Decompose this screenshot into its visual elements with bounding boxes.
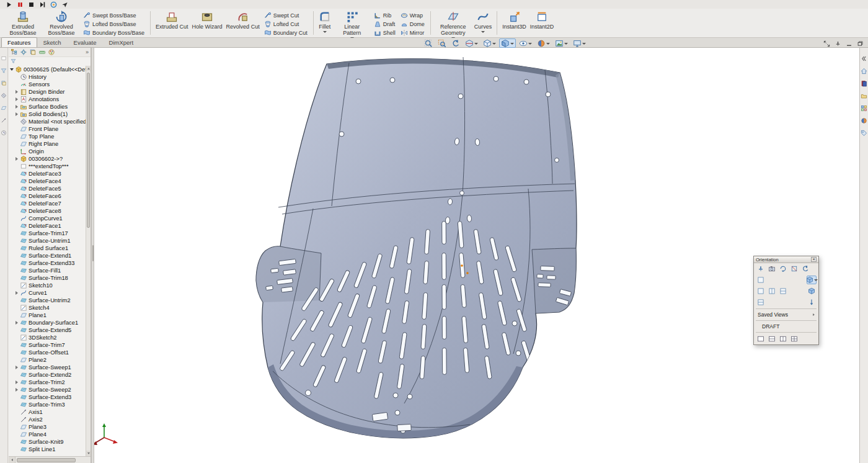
new-view-button[interactable] — [767, 264, 777, 273]
orientation-titlebar[interactable]: Orientation × — [754, 256, 818, 263]
tree-item[interactable]: DeleteFace3 — [9, 170, 86, 178]
tree-item[interactable]: Boundary-Surface1 — [9, 319, 86, 326]
resources-button[interactable] — [861, 68, 867, 74]
tree-item[interactable]: Split Line1 — [9, 446, 86, 453]
tree-item[interactable]: ***extendTop*** — [9, 163, 86, 170]
tree-item[interactable]: Sensors — [9, 81, 86, 88]
side-tool-document[interactable] — [1, 55, 7, 61]
boundary-cut-button[interactable]: Boundary Cut — [262, 29, 310, 37]
swept-cut-button[interactable]: Swept Cut — [262, 11, 310, 19]
instant2d-button[interactable]: Instant2D — [528, 9, 556, 37]
tree-item[interactable]: Surface-Extend1 — [9, 252, 86, 259]
view-palette-button[interactable] — [861, 105, 867, 112]
tree-item[interactable]: DeleteFace5 — [9, 185, 86, 192]
tree-item[interactable]: Surface-Sweep2 — [9, 386, 86, 393]
restore-window-button[interactable] — [856, 40, 864, 47]
graphics-area[interactable] — [94, 48, 859, 463]
tree-item[interactable]: Surface-Knit9 — [9, 438, 86, 446]
expander-closed-icon[interactable] — [16, 157, 18, 161]
hole-wizard-button[interactable]: Hole Wizard — [190, 9, 224, 37]
stop-icon[interactable] — [28, 1, 35, 8]
side-tool-material[interactable] — [1, 92, 7, 99]
side-tool-history[interactable] — [1, 130, 7, 136]
fillet-button[interactable]: Fillet — [317, 9, 333, 37]
tree-item[interactable]: Surface-Sweep1 — [9, 364, 86, 371]
file-explorer-button[interactable] — [861, 92, 867, 99]
tree-item[interactable]: DeleteFace6 — [9, 192, 86, 200]
tree-item[interactable]: Design Binder — [9, 88, 86, 96]
normal-to-button[interactable] — [807, 298, 817, 307]
tree-item[interactable]: Surface-Extend3 — [9, 393, 86, 401]
tree-item[interactable]: DeleteFace1 — [9, 222, 86, 230]
tree-item[interactable]: Curve1 — [9, 289, 86, 297]
instant3d-button[interactable]: Instant3D — [500, 9, 528, 37]
expander-closed-icon[interactable] — [16, 380, 18, 384]
bottom-view-button[interactable] — [756, 298, 766, 307]
tree-item[interactable]: Plane2 — [9, 356, 86, 364]
tree-item[interactable]: Surface Bodies — [9, 103, 86, 110]
panel-splitter[interactable] — [91, 48, 94, 463]
tree-item[interactable]: Ruled Surface1 — [9, 245, 86, 252]
tree-vertical-scrollbar[interactable] — [86, 66, 91, 456]
send-icon[interactable] — [61, 1, 68, 8]
tab-features[interactable]: Features — [1, 37, 37, 47]
tree-item[interactable]: Surface-Extend2 — [9, 371, 86, 379]
hide-show-items-button[interactable] — [517, 38, 534, 48]
custom-properties-button[interactable] — [861, 130, 867, 137]
tree-item[interactable]: Surface-Offset1 — [9, 349, 86, 356]
tree-item[interactable]: Surface-Untrim2 — [9, 297, 86, 304]
front-view-button[interactable] — [756, 276, 766, 284]
tree-item[interactable]: 3DSketch2 — [9, 334, 86, 341]
extruded-boss-base-button[interactable]: Extruded Boss/Base — [4, 9, 42, 37]
tree-item[interactable]: Surface-Trim2 — [9, 379, 86, 386]
appearances-button[interactable] — [861, 117, 867, 124]
apply-scene-button[interactable] — [553, 38, 570, 48]
side-tool-plane[interactable] — [1, 105, 7, 111]
dome-button[interactable]: Dome — [398, 20, 427, 28]
lofted-cut-button[interactable]: Lofted Cut — [262, 20, 310, 28]
expand-window-button[interactable] — [823, 40, 831, 47]
close-orientation-button[interactable]: × — [811, 257, 817, 262]
wrap-button[interactable]: Wrap — [398, 11, 427, 19]
seat-model[interactable] — [256, 57, 577, 438]
side-tool-axis[interactable] — [1, 117, 7, 124]
dropdown-arrow-icon[interactable] — [481, 31, 485, 33]
tree-item[interactable]: Origin — [9, 148, 86, 155]
tree-item[interactable]: Plane3 — [9, 423, 86, 431]
update-views-button[interactable] — [778, 264, 788, 273]
scrollbar-thumb[interactable] — [87, 73, 90, 228]
section-view-button[interactable] — [463, 38, 480, 48]
revolved-cut-button[interactable]: Revolved Cut — [224, 9, 262, 37]
tree-item[interactable]: DeleteFace7 — [9, 200, 86, 207]
expander-closed-icon[interactable] — [16, 97, 18, 101]
step-forward-icon[interactable] — [39, 1, 46, 8]
top-view-button[interactable] — [778, 287, 788, 295]
tree-item[interactable]: 00306602->? — [9, 155, 86, 163]
pause-icon[interactable] — [17, 1, 24, 8]
tree-item[interactable]: Surface-Fill1 — [9, 267, 86, 274]
splitter-grip[interactable] — [92, 245, 94, 261]
tree-item[interactable]: Surface-Trim7 — [9, 341, 86, 349]
tab-evaluate[interactable]: Evaluate — [68, 37, 103, 47]
scroll-left-arrow[interactable] — [9, 457, 16, 463]
tree-item[interactable]: Solid Bodies(1) — [9, 110, 86, 118]
tab-sketch[interactable]: Sketch — [37, 37, 68, 47]
previous-view-button[interactable] — [450, 38, 462, 48]
tree-item[interactable]: Plane4 — [9, 431, 86, 438]
expander-closed-icon[interactable] — [16, 112, 18, 116]
displaymanager-tab[interactable] — [48, 48, 55, 56]
tree-item[interactable]: DeleteFace4 — [9, 178, 86, 185]
tree-item[interactable]: 00306625 (Default<<Default>_Display S — [9, 66, 86, 73]
tree-item[interactable]: Axis1 — [9, 408, 86, 416]
dimxpertmanager-tab[interactable] — [38, 48, 46, 56]
pin-window-button[interactable] — [834, 40, 842, 47]
tree-item[interactable]: Axis2 — [9, 416, 86, 423]
tree-item[interactable]: Sketch4 — [9, 304, 86, 312]
mirror-button[interactable]: Mirror — [398, 29, 427, 37]
view-orientation-button[interactable] — [481, 38, 498, 48]
tree-item[interactable]: Front Plane — [9, 125, 86, 133]
reference-geometry-button[interactable]: Reference Geometry — [434, 9, 472, 37]
reset-views-button[interactable] — [789, 264, 799, 273]
tree-item[interactable]: Plane1 — [9, 312, 86, 319]
expander-closed-icon[interactable] — [16, 291, 18, 295]
